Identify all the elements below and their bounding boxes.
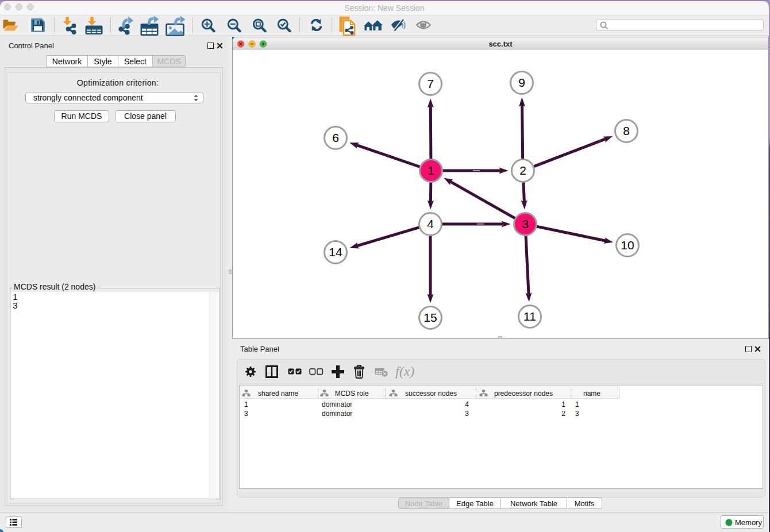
svg-text:14: 14 [329, 245, 342, 259]
svg-text:1: 1 [428, 164, 434, 177]
svg-text:2: 2 [519, 164, 526, 177]
svg-text:4: 4 [427, 217, 434, 230]
svg-text:9: 9 [518, 76, 525, 89]
svg-text:11: 11 [523, 310, 536, 323]
svg-text:10: 10 [621, 238, 634, 252]
svg-text:8: 8 [623, 124, 630, 137]
svg-text:6: 6 [332, 131, 339, 144]
svg-text:3: 3 [522, 217, 529, 230]
svg-text:15: 15 [424, 311, 437, 324]
svg-text:7: 7 [427, 77, 434, 90]
